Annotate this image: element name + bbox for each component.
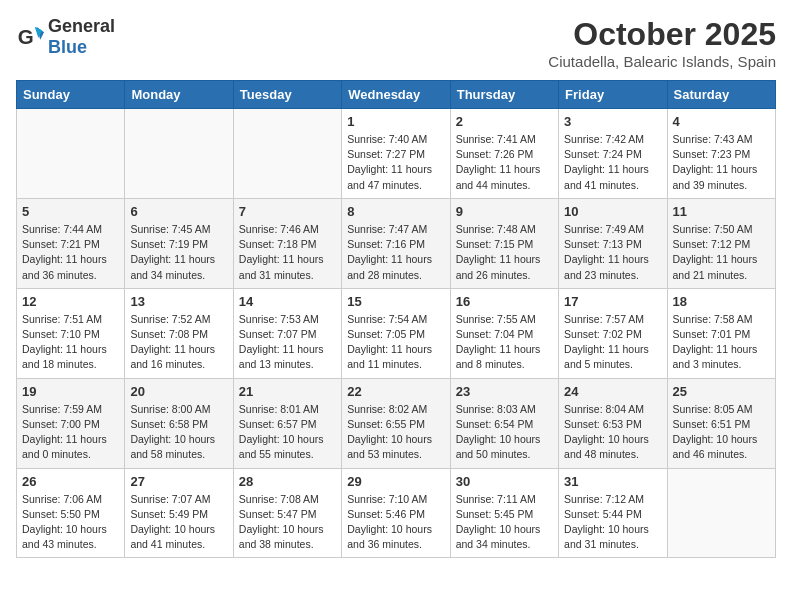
day-number: 23 bbox=[456, 384, 553, 399]
calendar-cell: 1Sunrise: 7:40 AM Sunset: 7:27 PM Daylig… bbox=[342, 109, 450, 199]
calendar-cell: 23Sunrise: 8:03 AM Sunset: 6:54 PM Dayli… bbox=[450, 378, 558, 468]
day-info: Sunrise: 7:58 AM Sunset: 7:01 PM Dayligh… bbox=[673, 312, 770, 373]
weekday-header-wednesday: Wednesday bbox=[342, 81, 450, 109]
day-info: Sunrise: 7:52 AM Sunset: 7:08 PM Dayligh… bbox=[130, 312, 227, 373]
day-info: Sunrise: 7:50 AM Sunset: 7:12 PM Dayligh… bbox=[673, 222, 770, 283]
calendar-cell bbox=[17, 109, 125, 199]
calendar-cell bbox=[667, 468, 775, 558]
day-number: 21 bbox=[239, 384, 336, 399]
day-info: Sunrise: 7:51 AM Sunset: 7:10 PM Dayligh… bbox=[22, 312, 119, 373]
page-header: G General Blue October 2025 Ciutadella, … bbox=[16, 16, 776, 70]
day-info: Sunrise: 8:03 AM Sunset: 6:54 PM Dayligh… bbox=[456, 402, 553, 463]
calendar-week-row: 19Sunrise: 7:59 AM Sunset: 7:00 PM Dayli… bbox=[17, 378, 776, 468]
day-number: 4 bbox=[673, 114, 770, 129]
day-number: 3 bbox=[564, 114, 661, 129]
day-info: Sunrise: 7:54 AM Sunset: 7:05 PM Dayligh… bbox=[347, 312, 444, 373]
calendar-cell: 31Sunrise: 7:12 AM Sunset: 5:44 PM Dayli… bbox=[559, 468, 667, 558]
calendar-cell: 20Sunrise: 8:00 AM Sunset: 6:58 PM Dayli… bbox=[125, 378, 233, 468]
calendar-cell: 24Sunrise: 8:04 AM Sunset: 6:53 PM Dayli… bbox=[559, 378, 667, 468]
day-info: Sunrise: 7:07 AM Sunset: 5:49 PM Dayligh… bbox=[130, 492, 227, 553]
day-number: 8 bbox=[347, 204, 444, 219]
calendar-cell: 14Sunrise: 7:53 AM Sunset: 7:07 PM Dayli… bbox=[233, 288, 341, 378]
day-number: 13 bbox=[130, 294, 227, 309]
logo-general: General bbox=[48, 16, 115, 36]
day-number: 19 bbox=[22, 384, 119, 399]
day-number: 2 bbox=[456, 114, 553, 129]
day-info: Sunrise: 7:11 AM Sunset: 5:45 PM Dayligh… bbox=[456, 492, 553, 553]
calendar-table: SundayMondayTuesdayWednesdayThursdayFrid… bbox=[16, 80, 776, 558]
day-info: Sunrise: 7:55 AM Sunset: 7:04 PM Dayligh… bbox=[456, 312, 553, 373]
calendar-week-row: 1Sunrise: 7:40 AM Sunset: 7:27 PM Daylig… bbox=[17, 109, 776, 199]
calendar-cell: 16Sunrise: 7:55 AM Sunset: 7:04 PM Dayli… bbox=[450, 288, 558, 378]
calendar-cell: 27Sunrise: 7:07 AM Sunset: 5:49 PM Dayli… bbox=[125, 468, 233, 558]
day-number: 15 bbox=[347, 294, 444, 309]
day-info: Sunrise: 7:06 AM Sunset: 5:50 PM Dayligh… bbox=[22, 492, 119, 553]
weekday-header-tuesday: Tuesday bbox=[233, 81, 341, 109]
calendar-cell: 22Sunrise: 8:02 AM Sunset: 6:55 PM Dayli… bbox=[342, 378, 450, 468]
calendar-cell: 29Sunrise: 7:10 AM Sunset: 5:46 PM Dayli… bbox=[342, 468, 450, 558]
day-number: 14 bbox=[239, 294, 336, 309]
day-number: 9 bbox=[456, 204, 553, 219]
day-info: Sunrise: 7:08 AM Sunset: 5:47 PM Dayligh… bbox=[239, 492, 336, 553]
svg-text:G: G bbox=[18, 25, 34, 48]
day-number: 20 bbox=[130, 384, 227, 399]
day-number: 22 bbox=[347, 384, 444, 399]
day-info: Sunrise: 8:02 AM Sunset: 6:55 PM Dayligh… bbox=[347, 402, 444, 463]
day-number: 7 bbox=[239, 204, 336, 219]
calendar-cell: 6Sunrise: 7:45 AM Sunset: 7:19 PM Daylig… bbox=[125, 198, 233, 288]
calendar-cell: 26Sunrise: 7:06 AM Sunset: 5:50 PM Dayli… bbox=[17, 468, 125, 558]
day-info: Sunrise: 8:01 AM Sunset: 6:57 PM Dayligh… bbox=[239, 402, 336, 463]
calendar-cell: 5Sunrise: 7:44 AM Sunset: 7:21 PM Daylig… bbox=[17, 198, 125, 288]
calendar-cell: 11Sunrise: 7:50 AM Sunset: 7:12 PM Dayli… bbox=[667, 198, 775, 288]
day-info: Sunrise: 8:05 AM Sunset: 6:51 PM Dayligh… bbox=[673, 402, 770, 463]
calendar-week-row: 5Sunrise: 7:44 AM Sunset: 7:21 PM Daylig… bbox=[17, 198, 776, 288]
calendar-cell: 13Sunrise: 7:52 AM Sunset: 7:08 PM Dayli… bbox=[125, 288, 233, 378]
day-info: Sunrise: 7:47 AM Sunset: 7:16 PM Dayligh… bbox=[347, 222, 444, 283]
location-title: Ciutadella, Balearic Islands, Spain bbox=[548, 53, 776, 70]
day-number: 24 bbox=[564, 384, 661, 399]
day-info: Sunrise: 7:44 AM Sunset: 7:21 PM Dayligh… bbox=[22, 222, 119, 283]
calendar-cell bbox=[125, 109, 233, 199]
calendar-cell: 9Sunrise: 7:48 AM Sunset: 7:15 PM Daylig… bbox=[450, 198, 558, 288]
day-info: Sunrise: 7:53 AM Sunset: 7:07 PM Dayligh… bbox=[239, 312, 336, 373]
calendar-cell: 19Sunrise: 7:59 AM Sunset: 7:00 PM Dayli… bbox=[17, 378, 125, 468]
day-number: 25 bbox=[673, 384, 770, 399]
calendar-cell bbox=[233, 109, 341, 199]
calendar-cell: 21Sunrise: 8:01 AM Sunset: 6:57 PM Dayli… bbox=[233, 378, 341, 468]
day-info: Sunrise: 7:10 AM Sunset: 5:46 PM Dayligh… bbox=[347, 492, 444, 553]
day-info: Sunrise: 7:49 AM Sunset: 7:13 PM Dayligh… bbox=[564, 222, 661, 283]
calendar-cell: 12Sunrise: 7:51 AM Sunset: 7:10 PM Dayli… bbox=[17, 288, 125, 378]
day-number: 31 bbox=[564, 474, 661, 489]
logo-icon: G bbox=[16, 23, 44, 51]
calendar-cell: 15Sunrise: 7:54 AM Sunset: 7:05 PM Dayli… bbox=[342, 288, 450, 378]
calendar-cell: 4Sunrise: 7:43 AM Sunset: 7:23 PM Daylig… bbox=[667, 109, 775, 199]
day-number: 29 bbox=[347, 474, 444, 489]
day-info: Sunrise: 7:45 AM Sunset: 7:19 PM Dayligh… bbox=[130, 222, 227, 283]
day-number: 12 bbox=[22, 294, 119, 309]
day-number: 27 bbox=[130, 474, 227, 489]
day-info: Sunrise: 7:46 AM Sunset: 7:18 PM Dayligh… bbox=[239, 222, 336, 283]
weekday-header-sunday: Sunday bbox=[17, 81, 125, 109]
calendar-cell: 8Sunrise: 7:47 AM Sunset: 7:16 PM Daylig… bbox=[342, 198, 450, 288]
weekday-header-row: SundayMondayTuesdayWednesdayThursdayFrid… bbox=[17, 81, 776, 109]
day-number: 17 bbox=[564, 294, 661, 309]
day-info: Sunrise: 7:40 AM Sunset: 7:27 PM Dayligh… bbox=[347, 132, 444, 193]
day-number: 5 bbox=[22, 204, 119, 219]
day-info: Sunrise: 7:57 AM Sunset: 7:02 PM Dayligh… bbox=[564, 312, 661, 373]
day-info: Sunrise: 7:48 AM Sunset: 7:15 PM Dayligh… bbox=[456, 222, 553, 283]
day-info: Sunrise: 8:00 AM Sunset: 6:58 PM Dayligh… bbox=[130, 402, 227, 463]
title-area: October 2025 Ciutadella, Balearic Island… bbox=[548, 16, 776, 70]
weekday-header-monday: Monday bbox=[125, 81, 233, 109]
calendar-cell: 2Sunrise: 7:41 AM Sunset: 7:26 PM Daylig… bbox=[450, 109, 558, 199]
day-info: Sunrise: 7:42 AM Sunset: 7:24 PM Dayligh… bbox=[564, 132, 661, 193]
calendar-week-row: 12Sunrise: 7:51 AM Sunset: 7:10 PM Dayli… bbox=[17, 288, 776, 378]
day-number: 16 bbox=[456, 294, 553, 309]
calendar-cell: 30Sunrise: 7:11 AM Sunset: 5:45 PM Dayli… bbox=[450, 468, 558, 558]
calendar-cell: 17Sunrise: 7:57 AM Sunset: 7:02 PM Dayli… bbox=[559, 288, 667, 378]
calendar-week-row: 26Sunrise: 7:06 AM Sunset: 5:50 PM Dayli… bbox=[17, 468, 776, 558]
day-number: 28 bbox=[239, 474, 336, 489]
calendar-cell: 18Sunrise: 7:58 AM Sunset: 7:01 PM Dayli… bbox=[667, 288, 775, 378]
month-title: October 2025 bbox=[548, 16, 776, 53]
day-info: Sunrise: 7:41 AM Sunset: 7:26 PM Dayligh… bbox=[456, 132, 553, 193]
day-info: Sunrise: 7:12 AM Sunset: 5:44 PM Dayligh… bbox=[564, 492, 661, 553]
